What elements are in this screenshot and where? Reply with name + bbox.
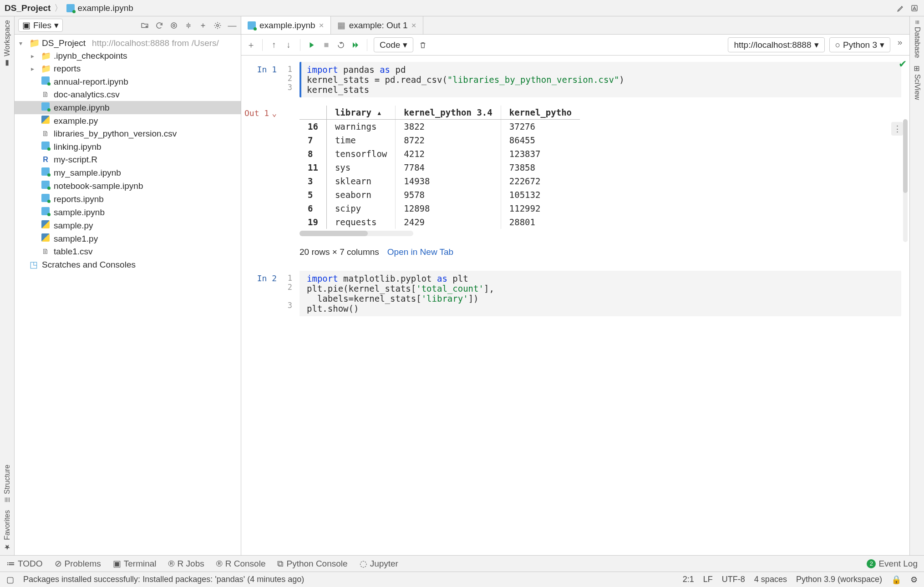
line-separator[interactable]: LF xyxy=(703,575,713,584)
dataframe-hscroll[interactable] xyxy=(300,231,413,236)
tool-window-problems[interactable]: ⊘Problems xyxy=(55,558,101,569)
tree-item[interactable]: ▸📁.ipynb_checkpoints xyxy=(15,50,241,62)
tree-item[interactable]: linking.ipynb xyxy=(15,140,241,153)
breadcrumb-file[interactable]: example.ipynb xyxy=(66,3,133,13)
database-tool[interactable]: ≡ Database xyxy=(913,16,921,62)
tool-window-r-console[interactable]: ®R Console xyxy=(216,559,266,569)
workspace-tool[interactable]: ▮ Workspace xyxy=(3,16,11,71)
add-cell-icon[interactable]: ＋ xyxy=(246,40,256,50)
table-row[interactable]: 8tensorflow4212123837 xyxy=(300,147,580,161)
tree-item-label: libraries_by_python_version.csv xyxy=(54,129,177,139)
code-in-1[interactable]: import pandas as pd kernel_stats = pd.re… xyxy=(300,62,901,97)
lock-icon[interactable]: 🔒 xyxy=(891,575,901,585)
table-row[interactable]: 6scipy12898112992 xyxy=(300,202,580,215)
close-icon[interactable]: × xyxy=(319,20,324,30)
table-row[interactable]: 5seaborn9578105132 xyxy=(300,188,580,202)
project-tree[interactable]: ▾ 📁 DS_Project http://localhost:8888 fro… xyxy=(15,35,241,555)
folder-icon: 📁 xyxy=(41,64,50,74)
tree-item[interactable]: ▸📁reports xyxy=(15,62,241,75)
restart-icon[interactable] xyxy=(336,40,346,50)
table-row[interactable]: 19requests242928801 xyxy=(300,215,580,229)
favorites-tool[interactable]: ★ Favorites xyxy=(3,506,11,555)
tool-window-python-console[interactable]: ⧉Python Console xyxy=(277,559,347,569)
chevron-down-icon[interactable]: ⌄ xyxy=(272,108,277,118)
tool-window-jupyter[interactable]: ◌Jupyter xyxy=(360,558,398,569)
status-notification-icon[interactable]: ▢ xyxy=(6,575,14,585)
chevron-icon[interactable]: ▸ xyxy=(31,52,37,60)
files-scope[interactable]: ▣ Files ▾ xyxy=(18,19,63,32)
tree-item[interactable]: 🗎table1.csv xyxy=(15,245,241,258)
tree-item[interactable]: annual-report.ipynb xyxy=(15,75,241,88)
expand-all-icon[interactable] xyxy=(183,20,193,30)
edit-icon[interactable] xyxy=(896,3,906,13)
tool-window-terminal[interactable]: ▣Terminal xyxy=(113,558,157,569)
gear-icon[interactable] xyxy=(213,20,223,30)
df-col-header[interactable] xyxy=(300,106,326,120)
more-icon[interactable]: » xyxy=(895,37,905,47)
structure-tool[interactable]: ≣ Structure xyxy=(3,461,11,506)
df-col-header[interactable]: library ▴ xyxy=(326,106,395,120)
move-up-icon[interactable]: ↑ xyxy=(269,40,279,50)
tree-root[interactable]: ▾ 📁 DS_Project http://localhost:8888 fro… xyxy=(15,36,241,50)
move-down-icon[interactable]: ↓ xyxy=(284,40,294,50)
table-row[interactable]: 3sklearn14938222672 xyxy=(300,174,580,188)
table-row[interactable]: 16warnings382237276 xyxy=(300,120,580,134)
tree-item[interactable]: sample1.py xyxy=(15,232,241,245)
dataframe-table[interactable]: library ▴kernel_python 3.4kernel_pytho 1… xyxy=(300,106,580,229)
tree-item[interactable]: example.ipynb xyxy=(15,101,241,114)
code-in-2[interactable]: import matplotlib.pyplot as plt plt.pie(… xyxy=(300,271,901,316)
open-new-tab-link[interactable]: Open in New Tab xyxy=(387,247,453,257)
kernel-dropdown[interactable]: ○ Python 3 ▾ xyxy=(829,37,890,52)
tree-item[interactable]: notebook-sample.ipynb xyxy=(15,179,241,192)
hide-panel-icon[interactable]: — xyxy=(227,20,237,30)
df-col-header[interactable]: kernel_pytho xyxy=(501,106,580,120)
tree-item[interactable]: Rmy-script.R xyxy=(15,153,241,166)
tool-window-todo[interactable]: ≔TODO xyxy=(6,558,43,569)
df-col-header[interactable]: kernel_python 3.4 xyxy=(396,106,501,120)
chevron-icon[interactable]: ▸ xyxy=(31,65,37,72)
interpreter[interactable]: Python 3.9 (workspace) xyxy=(796,575,882,584)
tree-item[interactable]: sample.ipynb xyxy=(15,206,241,219)
caret-position[interactable]: 2:1 xyxy=(683,575,694,584)
delete-cell-icon[interactable] xyxy=(418,40,428,50)
encoding[interactable]: UTF-8 xyxy=(722,575,745,584)
ide-settings-icon[interactable]: ⚙ xyxy=(910,575,918,585)
breadcrumb-project[interactable]: DS_Project xyxy=(5,3,51,13)
new-folder-icon[interactable] xyxy=(140,20,150,30)
tool-window-r-jobs[interactable]: ®R Jobs xyxy=(168,559,204,569)
collapse-all-icon[interactable] xyxy=(198,20,208,30)
editor-tab[interactable]: example.ipynb× xyxy=(241,16,331,34)
notebook-area[interactable]: ✔ ⋮ In 1 123 import pandas as pd kernel_… xyxy=(241,56,909,555)
sciview-tool[interactable]: ⊞ SciView xyxy=(913,62,921,104)
tree-item[interactable]: 🗎libraries_by_python_version.csv xyxy=(15,127,241,140)
chevron-down-icon[interactable]: ▾ xyxy=(19,40,25,47)
ipynb-icon xyxy=(41,194,50,204)
cell-type-dropdown[interactable]: Code ▾ xyxy=(374,37,413,52)
df-cell: 3822 xyxy=(396,120,501,134)
table-row[interactable]: 7time872286455 xyxy=(300,133,580,147)
df-cell: 3 xyxy=(300,174,326,188)
stop-icon[interactable] xyxy=(321,40,331,50)
server-dropdown[interactable]: http://localhost:8888 ▾ xyxy=(728,37,824,52)
editor-tab[interactable]: ▦example: Out 1× xyxy=(331,16,423,34)
prompt-out-1[interactable]: Out 1 ⌄ xyxy=(249,106,277,257)
tree-item[interactable]: 🗎doc-analytics.csv xyxy=(15,88,241,101)
scratches-node[interactable]: ◳ Scratches and Consoles xyxy=(15,258,241,271)
close-icon[interactable]: × xyxy=(411,20,416,30)
target-icon[interactable] xyxy=(169,20,179,30)
compass-icon[interactable] xyxy=(909,3,919,13)
run-cell-icon[interactable] xyxy=(307,40,317,50)
event-log[interactable]: 2Event Log xyxy=(867,559,918,569)
tree-item[interactable]: my_sample.ipynb xyxy=(15,166,241,179)
df-cell: 73858 xyxy=(501,161,580,174)
run-all-icon[interactable] xyxy=(350,40,360,50)
indent[interactable]: 4 spaces xyxy=(754,575,787,584)
tree-item[interactable]: sample.py xyxy=(15,219,241,232)
tree-item[interactable]: reports.ipynb xyxy=(15,192,241,206)
cell-actions-icon[interactable]: ⋮ xyxy=(891,122,903,136)
cell-in-2: In 2 12 3 import matplotlib.pyplot as pl… xyxy=(249,271,901,316)
tree-item[interactable]: example.py xyxy=(15,114,241,127)
refresh-icon[interactable] xyxy=(154,20,164,30)
output-scrollbar[interactable] xyxy=(903,119,908,242)
table-row[interactable]: 11sys778473858 xyxy=(300,161,580,174)
